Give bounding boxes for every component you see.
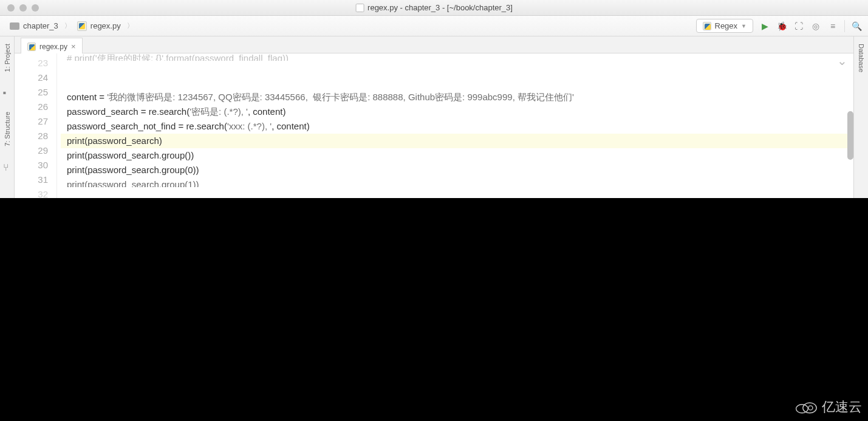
ide-window: regex.py - chapter_3 - [~/book/chapter_3… [0, 0, 868, 198]
watermark: 亿速云 [793, 398, 862, 416]
window-controls [0, 4, 39, 12]
editor-tabs: regex.py × [15, 36, 853, 53]
maximize-icon[interactable] [32, 4, 39, 12]
breadcrumb-file-label: regex.py [91, 21, 121, 30]
run-config-selector[interactable]: Regex ▼ [696, 19, 754, 33]
sidebar-tab-label: 1: Project [4, 44, 11, 72]
chevron-right-icon: 〉 [127, 21, 134, 30]
run-button[interactable]: ▶ [759, 21, 770, 32]
sidebar-left: 1: Project ▪ 7: Structure ⑂ [0, 36, 15, 198]
profile-button[interactable]: ◎ [810, 21, 821, 32]
breadcrumb: chapter_3 〉 regex.py 〉 [6, 20, 134, 32]
sidebar-tab-label: 7: Structure [4, 112, 11, 146]
line-gutter: 23242526272829303132 [15, 53, 57, 198]
scrollbar[interactable] [847, 53, 853, 198]
sidebar-tab-label: Database [858, 44, 865, 72]
svg-point-2 [808, 406, 813, 410]
nav-bar: chapter_3 〉 regex.py 〉 Regex ▼ ▶ 🐞 ⛶ ◎ ≡… [0, 16, 868, 36]
divider [844, 20, 845, 32]
structure-button[interactable]: ≡ [827, 21, 838, 32]
editor-tab-label: regex.py [39, 43, 67, 51]
close-tab-icon[interactable]: × [71, 42, 76, 51]
run-config-label: Regex [715, 21, 738, 30]
collapse-icon[interactable]: ⌄ [837, 53, 847, 68]
cloud-icon [793, 399, 818, 415]
breadcrumb-folder-label: chapter_3 [23, 21, 58, 30]
toolbar: Regex ▼ ▶ 🐞 ⛶ ◎ ≡ 🔍 [696, 19, 863, 33]
sidebar-tab-database[interactable]: Database [856, 40, 866, 76]
python-icon [703, 22, 711, 30]
scrollbar-thumb[interactable] [847, 111, 853, 160]
structure-icon[interactable]: ⑂ [3, 162, 12, 171]
chevron-right-icon: 〉 [64, 21, 71, 30]
window-title-text: regex.py - chapter_3 - [~/book/chapter_3… [367, 3, 513, 12]
coverage-button[interactable]: ⛶ [793, 21, 804, 32]
sidebar-tab-structure[interactable]: 7: Structure [2, 108, 12, 150]
minimize-icon[interactable] [19, 4, 27, 12]
bookmark-icon[interactable]: ▪ [3, 87, 12, 96]
search-button[interactable]: 🔍 [851, 21, 862, 32]
chevron-down-icon: ▼ [741, 23, 747, 29]
file-icon [355, 4, 364, 12]
sidebar-right: Database [853, 36, 868, 198]
window-title: regex.py - chapter_3 - [~/book/chapter_3… [355, 3, 513, 12]
title-bar: regex.py - chapter_3 - [~/book/chapter_3… [0, 0, 868, 16]
code-editor[interactable]: 23242526272829303132 # print('使用re的时候: {… [15, 53, 853, 198]
editor-tab-active[interactable]: regex.py × [21, 38, 83, 55]
svg-point-1 [803, 403, 816, 413]
sidebar-tab-project[interactable]: 1: Project [2, 40, 12, 75]
code-source[interactable]: # print('使用re的时候: {}'.format(password_fi… [61, 53, 853, 198]
python-file-icon [27, 43, 36, 51]
breadcrumb-folder[interactable]: chapter_3 [6, 20, 62, 32]
editor-area: regex.py × 23242526272829303132 # print(… [15, 36, 853, 198]
svg-point-0 [796, 405, 808, 413]
python-file-icon [77, 21, 87, 31]
watermark-text: 亿速云 [822, 398, 862, 416]
breadcrumb-file[interactable]: regex.py [73, 20, 125, 32]
editor-body: 1: Project ▪ 7: Structure ⑂ regex.py × 2… [0, 36, 868, 198]
close-icon[interactable] [7, 4, 15, 12]
folder-icon [10, 22, 19, 30]
debug-button[interactable]: 🐞 [776, 21, 787, 32]
